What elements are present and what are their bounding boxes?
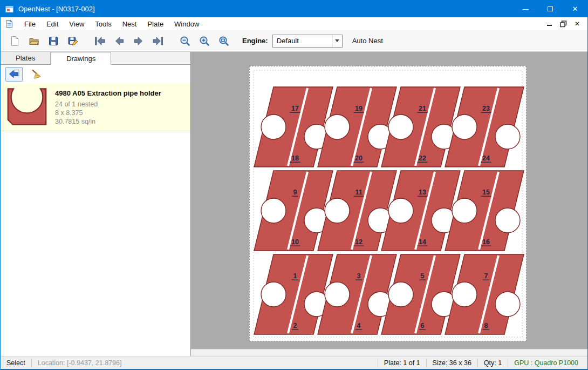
status-mode: Select <box>1 359 31 367</box>
nav-next-icon <box>133 35 145 47</box>
tab-plates[interactable]: Plates <box>1 52 51 64</box>
nav-last-icon <box>152 35 164 47</box>
import-drawing-button[interactable] <box>5 67 23 82</box>
drawing-nested-count: 24 of 1 nested <box>55 100 161 109</box>
nest-drawing: 171819202122232491011121314151612345678 <box>250 66 526 341</box>
part-number: 2 <box>293 322 297 329</box>
first-plate-button[interactable] <box>90 32 110 50</box>
main-toolbar: Engine: Default Auto Nest <box>1 30 587 52</box>
status-qty: Qty: 1 <box>478 359 508 367</box>
opennest-window: OpenNest - [N0317-002] ✕ File Edit View … <box>0 0 588 370</box>
part-number: 8 <box>484 322 488 329</box>
auto-nest-button[interactable]: Auto Nest <box>352 37 383 45</box>
nav-first-icon <box>94 35 106 47</box>
zoom-in-button[interactable] <box>195 32 214 50</box>
status-size: Size: 36 x 36 <box>427 359 477 367</box>
save-button[interactable] <box>44 32 63 50</box>
drawing-list-item[interactable]: 4980 A05 Extraction pipe holder 24 of 1 … <box>1 83 190 131</box>
chevron-down-icon <box>332 35 342 47</box>
save-floppy-icon <box>47 35 59 47</box>
nav-prev-icon <box>113 35 125 47</box>
engine-select[interactable]: Default <box>272 35 343 48</box>
new-button[interactable] <box>5 32 24 50</box>
mdi-close-icon: ✕ <box>575 20 580 28</box>
zoom-out-icon <box>179 35 191 47</box>
status-bar: Select Location: [-0.9437, 21.8796] Plat… <box>1 356 587 369</box>
plate[interactable]: 171819202122232491011121314151612345678 <box>249 66 527 341</box>
save-edit-icon <box>67 35 79 47</box>
part-number: 14 <box>419 238 426 246</box>
window-title: OpenNest - [N0317-002] <box>18 5 95 13</box>
menu-window[interactable]: Window <box>169 18 204 30</box>
zoom-in-icon <box>199 35 210 47</box>
clean-broom-icon <box>30 69 42 79</box>
part-number: 17 <box>291 105 299 112</box>
maximize-button[interactable] <box>538 1 563 17</box>
open-folder-icon <box>28 35 40 47</box>
part-number: 10 <box>291 238 299 246</box>
status-plate: Plate: 1 of 1 <box>378 359 426 367</box>
part-number: 11 <box>355 189 362 196</box>
drawings-toolbar <box>1 65 190 83</box>
menu-edit[interactable]: Edit <box>41 18 64 30</box>
part-number: 24 <box>482 154 490 162</box>
zoom-out-button[interactable] <box>175 32 195 50</box>
document-icon <box>5 19 13 28</box>
next-plate-button[interactable] <box>129 32 148 50</box>
mdi-restore-icon <box>560 21 567 28</box>
part-number: 21 <box>419 105 426 112</box>
part-number: 23 <box>482 105 490 112</box>
menu-file[interactable]: File <box>19 18 41 30</box>
part-number: 9 <box>293 189 297 196</box>
drawing-thumbnail <box>6 88 48 126</box>
menu-view[interactable]: View <box>64 18 90 30</box>
part-number: 1 <box>293 272 297 280</box>
tab-drawings[interactable]: Drawings <box>51 52 111 65</box>
maximize-icon <box>548 6 553 11</box>
import-drawing-icon <box>8 69 20 79</box>
status-gpu: GPU : Quadro P1000 <box>508 359 584 367</box>
minimize-icon <box>523 9 529 10</box>
drawing-title: 4980 A05 Extraction pipe holder <box>55 89 161 97</box>
title-bar: OpenNest - [N0317-002] ✕ <box>1 1 587 17</box>
close-button[interactable]: ✕ <box>563 1 587 17</box>
part-number: 18 <box>291 154 299 162</box>
part-number: 5 <box>421 272 425 280</box>
new-page-icon <box>9 35 20 47</box>
mdi-restore-button[interactable] <box>557 19 569 29</box>
drawing-size: 8 x 8.375 <box>55 109 161 117</box>
save-edit-button[interactable] <box>63 32 83 50</box>
part-number: 13 <box>419 189 426 196</box>
drawing-area: 30.7815 sq/in <box>55 117 161 126</box>
minimize-button[interactable] <box>513 1 538 17</box>
menu-tools[interactable]: Tools <box>90 18 117 30</box>
nest-canvas[interactable]: 171819202122232491011121314151612345678 <box>191 52 587 356</box>
part-number: 7 <box>484 272 488 280</box>
close-icon: ✕ <box>572 5 578 13</box>
sidebar-tabs: Plates Drawings <box>1 52 190 65</box>
prev-plate-button[interactable] <box>110 32 129 50</box>
horizontal-scrollbar[interactable] <box>191 349 587 356</box>
part-number: 22 <box>419 154 426 162</box>
mdi-minimize-icon <box>547 25 552 26</box>
menu-nest[interactable]: Nest <box>117 18 142 30</box>
part-number: 19 <box>355 105 363 112</box>
app-icon <box>5 5 14 14</box>
status-location: Location: [-0.9437, 21.8796] <box>32 359 128 367</box>
part-number: 15 <box>482 189 490 196</box>
zoom-fit-icon <box>218 35 230 47</box>
mdi-minimize-button[interactable] <box>543 19 555 29</box>
menu-plate[interactable]: Plate <box>142 18 169 30</box>
part-number: 16 <box>482 238 490 246</box>
engine-value: Default <box>273 37 332 45</box>
last-plate-button[interactable] <box>148 32 168 50</box>
engine-label: Engine: <box>242 37 268 45</box>
zoom-fit-button[interactable] <box>214 32 234 50</box>
part-number: 4 <box>357 322 361 329</box>
part-number: 12 <box>355 238 363 246</box>
clean-button[interactable] <box>28 67 45 82</box>
part-number: 6 <box>421 322 425 329</box>
open-button[interactable] <box>24 32 44 50</box>
mdi-close-button[interactable]: ✕ <box>571 19 583 29</box>
part-number: 20 <box>355 154 363 162</box>
